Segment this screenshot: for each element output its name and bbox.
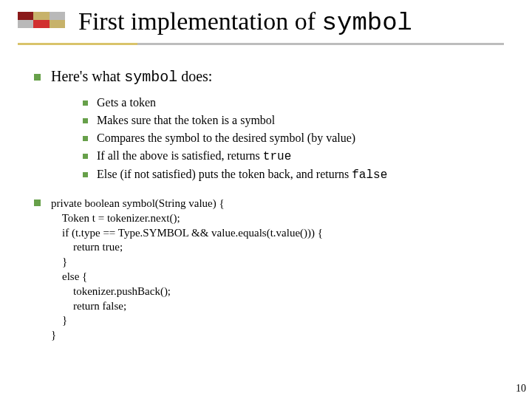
list-item-prefix: Else (if not satisfied) puts the token b… bbox=[97, 168, 352, 180]
accent-squares bbox=[18, 12, 65, 28]
list-item-prefix: If all the above is satisfied, returns bbox=[97, 149, 263, 162]
list-item-text: Gets a token bbox=[97, 96, 156, 109]
bullet-icon bbox=[34, 74, 41, 81]
bullet-icon bbox=[83, 154, 88, 159]
intro-mono: symbol bbox=[124, 69, 177, 86]
list-item: If all the above is satisfied, returns t… bbox=[83, 149, 502, 163]
bullet-icon bbox=[83, 100, 88, 106]
list-item: Else (if not satisfied) puts the token b… bbox=[83, 168, 502, 182]
sub-bullet-list: Gets a token Makes sure that the token i… bbox=[83, 96, 502, 182]
list-item-mono: true bbox=[263, 150, 291, 163]
slide-body: Here's what symbol does: Gets a token Ma… bbox=[30, 68, 502, 343]
slide-title: First implementation of symbol bbox=[78, 7, 412, 37]
list-item-text: Else (if not satisfied) puts the token b… bbox=[97, 168, 387, 182]
list-item: Gets a token bbox=[83, 96, 502, 109]
intro-prefix: Here's what bbox=[51, 68, 124, 84]
title-underline bbox=[18, 43, 504, 45]
list-item-text: If all the above is satisfied, returns t… bbox=[97, 149, 291, 163]
code-snippet: private boolean symbol(String value) { T… bbox=[51, 197, 323, 343]
intro-text: Here's what symbol does: bbox=[51, 68, 212, 86]
list-item: Makes sure that the token is a symbol bbox=[83, 114, 502, 127]
title-text: First implementation of bbox=[78, 7, 322, 35]
title-code: symbol bbox=[322, 9, 412, 37]
bullet-icon bbox=[83, 118, 88, 123]
list-item-text: Makes sure that the token is a symbol bbox=[97, 114, 275, 127]
list-item: Compares the symbol to the desired symbo… bbox=[83, 132, 502, 145]
intro-row: Here's what symbol does: bbox=[34, 68, 502, 86]
code-block-row: private boolean symbol(String value) { T… bbox=[34, 197, 502, 343]
slide: First implementation of symbol Here's wh… bbox=[0, 0, 532, 399]
bullet-icon bbox=[34, 200, 41, 206]
bullet-icon bbox=[83, 136, 88, 141]
bullet-icon bbox=[83, 172, 88, 177]
page-number: 10 bbox=[516, 383, 526, 395]
intro-suffix: does: bbox=[177, 68, 212, 84]
list-item-text: Compares the symbol to the desired symbo… bbox=[97, 132, 355, 145]
list-item-mono: false bbox=[352, 168, 387, 182]
